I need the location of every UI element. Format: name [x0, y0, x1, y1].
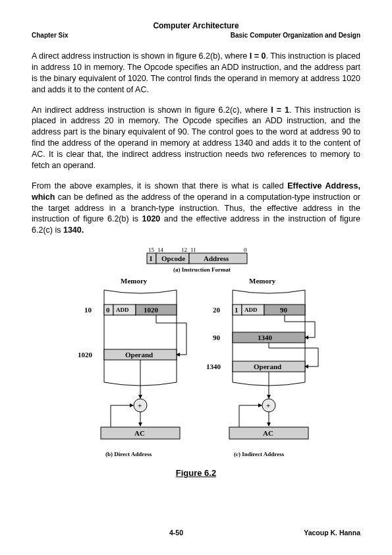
address-label: Address [204, 254, 229, 262]
plus-b: + [138, 401, 142, 409]
p1a: A direct address instruction is shown in… [32, 51, 250, 61]
figure-caption: Figure 6.2 [32, 468, 360, 478]
addr-90: 90 [213, 334, 221, 341]
header-left: Chapter Six [32, 32, 69, 39]
bit-14: 14 [157, 247, 164, 253]
bit-0: 0 [244, 247, 247, 253]
paragraph-1: A direct address instruction is shown in… [32, 51, 360, 96]
p2c: . This instruction is placed in address … [32, 105, 360, 170]
part-b: Memory 10 0 ADD 1020 1020 Operand [78, 277, 186, 457]
page-number: 4-50 [71, 529, 281, 537]
p2b: I = 1 [271, 105, 289, 115]
paragraph-2: An indirect address instruction is shown… [32, 105, 360, 171]
header-row: Chapter Six Basic Computer Organization … [32, 32, 360, 39]
plus-c: + [266, 401, 270, 409]
I-c: 1 [235, 306, 238, 314]
part-a: 15 14 12 11 0 I Opcode Address (a) Instr… [147, 247, 247, 273]
operand-c: Operand [254, 363, 281, 370]
I-label: I [150, 254, 152, 262]
author-name: Yacoup K. Hanna [281, 529, 360, 537]
val-1340: 1340 [258, 334, 273, 341]
figure-svg: 15 14 12 11 0 I Opcode Address (a) Instr… [65, 245, 328, 463]
AC-b: AC [134, 429, 145, 437]
bit-12: 12 [181, 247, 187, 253]
opcode-c: ADD [244, 307, 258, 313]
memory-label-b: Memory [121, 277, 148, 285]
AC-c: AC [263, 429, 273, 437]
part-c-caption: (c) Indirect Address [234, 451, 285, 457]
operand-b: Operand [125, 351, 153, 359]
p2a: An indirect address instruction is shown… [32, 105, 271, 115]
addr-val-c: 90 [280, 306, 288, 314]
footer: 4-50 Yacoup K. Hanna [32, 529, 360, 537]
paragraph-3: From the above examples, it is shown tha… [32, 181, 360, 236]
addr-1340: 1340 [206, 363, 221, 370]
addr-10: 10 [84, 306, 92, 314]
bit-11: 11 [190, 247, 196, 253]
opcode-b: ADD [116, 307, 129, 313]
p3f: 1340. [63, 225, 84, 235]
p3a: From the above examples, it is shown tha… [32, 181, 287, 190]
doc-title: Computer Architecture [32, 21, 360, 30]
part-a-caption: (a) Instruction Format [173, 266, 231, 273]
part-b-caption: (b) Direct Address [105, 451, 152, 457]
addr-val-b: 1020 [144, 306, 159, 314]
I-b: 0 [106, 306, 110, 314]
p1b: I = 0 [250, 51, 266, 61]
opcode-label: Opcode [161, 254, 185, 262]
addr-1020: 1020 [78, 351, 93, 359]
header-right: Basic Computer Organization and Design [231, 32, 360, 39]
part-c: Memory 20 1 ADD 90 90 1340 1340 [206, 277, 318, 457]
figure-6-2: 15 14 12 11 0 I Opcode Address (a) Instr… [32, 245, 360, 478]
p3d: 1020 [142, 214, 161, 223]
bit-15: 15 [148, 247, 155, 253]
addr-20: 20 [213, 306, 221, 314]
memory-label-c: Memory [249, 277, 276, 285]
